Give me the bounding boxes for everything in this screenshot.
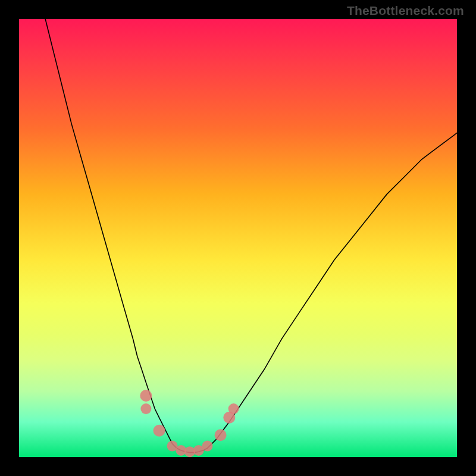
marker-dot <box>140 390 152 402</box>
watermark-text: TheBottleneck.com <box>347 4 464 18</box>
marker-dot <box>154 425 165 437</box>
marker-dot <box>140 403 151 414</box>
plot-area <box>19 19 457 457</box>
curve-right-curve <box>208 133 458 448</box>
marker-dot <box>228 403 239 414</box>
marker-dot <box>202 441 213 452</box>
curve-layer <box>19 19 457 457</box>
marker-dot <box>215 429 227 441</box>
chart-frame: TheBottleneck.com <box>0 0 476 476</box>
curve-left-curve <box>45 19 177 448</box>
